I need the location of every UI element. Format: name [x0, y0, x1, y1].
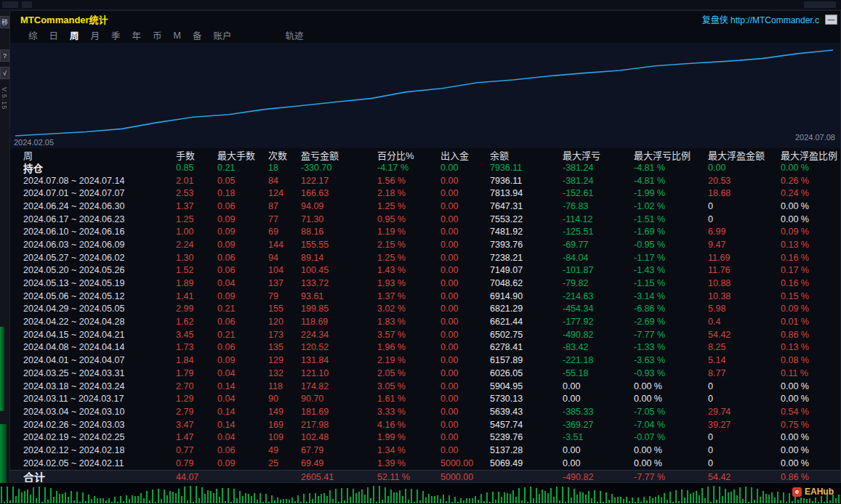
- table-row[interactable]: 2024.02.12 ~ 2024.02.180.770.064967.791.…: [10, 444, 840, 457]
- table-row[interactable]: 2024.03.04 ~ 2024.03.102.790.14149181.69…: [10, 405, 840, 418]
- tab-月[interactable]: 月: [91, 28, 100, 42]
- table-cell: 1.52: [176, 265, 217, 275]
- table-cell: 1.47: [176, 432, 217, 442]
- table-cell: -385.33: [563, 407, 634, 417]
- table-cell: 6621.44: [490, 317, 563, 327]
- table-cell: 2605.41: [301, 472, 377, 482]
- table-cell: 0.00 %: [634, 394, 708, 404]
- table-cell: -4.81 %: [634, 176, 708, 186]
- table-row[interactable]: 2024.06.17 ~ 2024.06.231.250.097771.300.…: [10, 213, 840, 226]
- table-cell: 0.06: [217, 201, 268, 211]
- table-cell: 0: [708, 458, 781, 468]
- table-cell: 0.00: [440, 278, 490, 288]
- table-cell: -330.70: [301, 163, 377, 173]
- table-cell: -84.04: [563, 253, 634, 263]
- table-cell: 18: [268, 163, 301, 173]
- table-cell: 2.05 %: [377, 368, 440, 378]
- equity-chart: 2024.02.05 2024.07.08: [10, 43, 840, 148]
- table-cell: 5239.76: [490, 432, 563, 442]
- table-cell: 1.93 %: [377, 278, 440, 288]
- table-cell: 0.00 %: [634, 381, 708, 391]
- background-volume-bar: [0, 327, 4, 411]
- table-row[interactable]: 2024.06.10 ~ 2024.06.161.000.096988.161.…: [10, 225, 840, 238]
- tab-日[interactable]: 日: [49, 28, 59, 42]
- table-cell: 132: [268, 368, 301, 378]
- tab-年[interactable]: 年: [132, 28, 142, 42]
- table-row[interactable]: 2024.04.15 ~ 2024.04.213.450.21173224.34…: [10, 328, 840, 341]
- table-row[interactable]: 2024.04.22 ~ 2024.04.281.620.06120118.69…: [10, 315, 840, 328]
- tab-季[interactable]: 季: [111, 28, 121, 42]
- table-row[interactable]: 2024.07.08 ~ 2024.07.142.010.0584122.171…: [10, 174, 840, 187]
- table-cell: 89.14: [301, 253, 377, 263]
- table-row[interactable]: 2024.02.05 ~ 2024.02.110.790.092569.491.…: [10, 457, 840, 470]
- table-row[interactable]: 2024.07.01 ~ 2024.07.072.530.18124166.63…: [10, 187, 840, 200]
- table-row[interactable]: 2024.02.19 ~ 2024.02.251.470.04109102.48…: [10, 431, 840, 444]
- table-cell: 93.61: [301, 291, 377, 301]
- table-cell: 0.04: [217, 368, 268, 378]
- column-header: 余额: [490, 148, 563, 162]
- table-cell: 54.42: [708, 472, 781, 482]
- table-row[interactable]: 2024.03.25 ~ 2024.03.311.790.04132121.10…: [10, 367, 840, 380]
- table-row[interactable]: 2024.02.26 ~ 2024.03.033.470.14169217.98…: [10, 418, 840, 431]
- table-cell: 0.09: [217, 458, 268, 468]
- confirm-button[interactable]: √: [0, 67, 9, 79]
- table-cell: 77: [268, 214, 301, 224]
- total-row[interactable]: 合计44.072605.4152.11 %5000.00-490.82-7.77…: [10, 470, 840, 484]
- table-row[interactable]: 2024.06.24 ~ 2024.06.301.370.068794.091.…: [10, 200, 840, 213]
- table-row[interactable]: 2024.03.18 ~ 2024.03.242.700.14118174.82…: [10, 380, 840, 393]
- table-cell: 2.18 %: [377, 188, 440, 198]
- tab-账户[interactable]: 账户: [214, 28, 232, 42]
- period-label: 2024.07.01 ~ 2024.07.07: [23, 188, 176, 198]
- period-label: 2024.06.24 ~ 2024.06.30: [23, 201, 176, 211]
- table-cell: 0.00: [440, 253, 490, 263]
- table-row[interactable]: 2024.06.03 ~ 2024.06.092.240.09144155.55…: [10, 238, 840, 251]
- tab-周[interactable]: 周: [70, 28, 79, 42]
- table-row[interactable]: 2024.05.06 ~ 2024.05.121.410.097993.611.…: [10, 290, 840, 303]
- table-cell: -177.92: [563, 317, 634, 327]
- help-button[interactable]: ?: [0, 49, 9, 62]
- table-cell: 0.06: [217, 253, 268, 263]
- eahub-icon: e: [792, 487, 802, 497]
- panel-move-button[interactable]: 移: [0, 16, 9, 28]
- site-link[interactable]: 复盘侠 http://MTCommander.c: [702, 13, 819, 25]
- table-cell: 3.47: [176, 420, 217, 430]
- table-row[interactable]: 2024.04.08 ~ 2024.04.141.730.06135120.52…: [10, 341, 840, 354]
- table-row[interactable]: 2024.05.27 ~ 2024.06.021.300.069489.141.…: [10, 251, 840, 264]
- tab-M[interactable]: M: [174, 31, 181, 41]
- table-cell: 7048.62: [490, 278, 563, 288]
- table-row[interactable]: 2024.05.13 ~ 2024.05.191.890.04137133.72…: [10, 277, 840, 290]
- tab-币[interactable]: 币: [153, 28, 162, 42]
- table-cell: 6502.75: [490, 330, 563, 340]
- table-cell: -152.61: [563, 188, 634, 198]
- table-cell: 0.00: [440, 291, 490, 301]
- tab-备[interactable]: 备: [193, 28, 202, 42]
- table-row[interactable]: 2024.04.29 ~ 2024.05.052.990.21155199.85…: [10, 303, 840, 316]
- table-row[interactable]: 2024.03.11 ~ 2024.03.171.290.049090.701.…: [10, 392, 840, 405]
- table-cell: 44.07: [176, 472, 217, 482]
- table-cell: -114.12: [563, 214, 634, 224]
- table-cell: 0.09 %: [781, 304, 840, 314]
- table-cell: 0.00: [440, 265, 490, 275]
- tab-综[interactable]: 综: [28, 28, 38, 42]
- table-cell: 90.70: [301, 394, 377, 404]
- table-cell: 6.99: [708, 227, 781, 237]
- table-cell: 0.95 %: [377, 214, 440, 224]
- table-cell: 0.00 %: [781, 214, 840, 224]
- column-header: 次数: [268, 148, 301, 162]
- table-cell: 0.16 %: [781, 253, 840, 263]
- table-cell: 5730.13: [490, 394, 563, 404]
- table-cell: 199.85: [301, 304, 377, 314]
- panel-titlebar[interactable]: MTCommander统计 复盘侠 http://MTCommander.c —: [10, 11, 840, 28]
- position-row[interactable]: 持仓0.850.2118-330.70-4.17 %0.007936.11-38…: [10, 161, 840, 174]
- column-header: 盈亏金额: [301, 148, 377, 162]
- table-cell: 0.00: [440, 163, 490, 173]
- table-cell: 1.30: [176, 253, 217, 263]
- table-cell: 69.49: [301, 458, 377, 468]
- table-cell: 131.84: [301, 355, 377, 365]
- minimize-button[interactable]: —: [825, 15, 837, 25]
- table-cell: 0.00 %: [781, 458, 840, 468]
- table-cell: 94: [268, 253, 301, 263]
- table-row[interactable]: 2024.04.01 ~ 2024.04.071.840.09129131.84…: [10, 354, 840, 367]
- table-row[interactable]: 2024.05.20 ~ 2024.05.261.520.06104100.45…: [10, 264, 840, 277]
- tab-轨迹[interactable]: 轨迹: [286, 28, 304, 42]
